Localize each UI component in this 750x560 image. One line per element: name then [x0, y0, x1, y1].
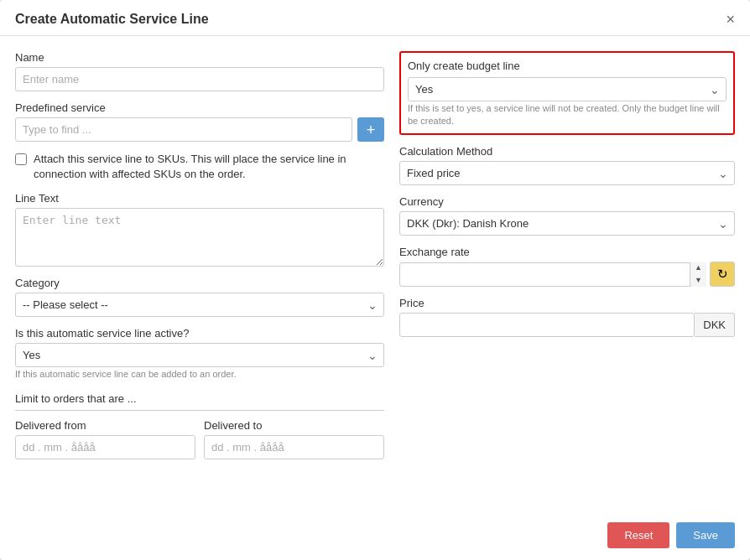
spin-down-button[interactable]: ▼ [690, 274, 706, 287]
exchange-rate-input[interactable]: 100 [399, 262, 706, 287]
left-column: Name Predefined service + Attach this se… [15, 51, 384, 511]
delivered-to-field: Delivered to [204, 419, 384, 459]
only-budget-label: Only create budget line [408, 60, 727, 72]
category-select-wrapper: -- Please select -- [15, 293, 384, 317]
close-button[interactable]: × [726, 12, 735, 27]
name-label: Name [15, 51, 384, 64]
predefined-row: + [15, 117, 384, 142]
only-budget-select[interactable]: Yes No [408, 77, 727, 101]
dialog-footer: Reset Save [0, 511, 750, 560]
only-budget-box: Only create budget line Yes No If this i… [399, 51, 735, 135]
active-field-group: Is this automatic service line active? Y… [15, 327, 384, 379]
currency-select[interactable]: DKK (Dkr): Danish Krone [399, 211, 735, 236]
refresh-icon: ↻ [717, 267, 728, 282]
price-input[interactable]: 0,00 [399, 313, 695, 337]
exchange-rate-row: 100 ▲ ▼ ↻ [399, 262, 735, 287]
category-label: Category [15, 277, 384, 289]
dialog-body: Name Predefined service + Attach this se… [0, 36, 750, 511]
only-budget-select-wrapper: Yes No [408, 77, 727, 101]
calc-field-group: Calculation Method Fixed price [399, 145, 735, 185]
name-field-group: Name [15, 51, 384, 91]
currency-field-group: Currency DKK (Dkr): Danish Krone [399, 195, 735, 236]
price-field-group: Price 0,00 DKK [399, 297, 735, 337]
delivered-from-input[interactable] [15, 435, 195, 459]
active-label: Is this automatic service line active? [15, 327, 384, 340]
date-row: Delivered from Delivered to [15, 419, 384, 459]
predefined-label: Predefined service [15, 101, 384, 114]
reset-button[interactable]: Reset [607, 522, 669, 548]
save-button[interactable]: Save [676, 522, 735, 548]
spin-up-button[interactable]: ▲ [690, 262, 706, 275]
predefined-input[interactable] [15, 117, 352, 142]
dialog-header: Create Automatic Service Line × [0, 0, 750, 36]
category-field-group: Category -- Please select -- [15, 277, 384, 317]
add-predefined-button[interactable]: + [357, 117, 384, 142]
price-row: 0,00 DKK [399, 313, 735, 337]
category-select[interactable]: -- Please select -- [15, 293, 384, 317]
limit-section: Limit to orders that are ... Delivered f… [15, 392, 384, 459]
attach-sku-label: Attach this service line to SKUs. This w… [34, 152, 384, 182]
exchange-rate-field-group: Exchange rate 100 ▲ ▼ ↻ [399, 246, 735, 287]
exchange-rate-label: Exchange rate [399, 246, 735, 258]
price-label: Price [399, 297, 735, 309]
delivered-to-input[interactable] [204, 435, 384, 459]
exchange-rate-input-wrap: 100 ▲ ▼ [399, 262, 706, 287]
predefined-field-group: Predefined service + [15, 101, 384, 142]
calc-select[interactable]: Fixed price [399, 161, 735, 185]
currency-label: Currency [399, 195, 735, 208]
line-text-label: Line Text [15, 192, 384, 205]
name-input[interactable] [15, 67, 384, 91]
price-currency-label: DKK [695, 313, 735, 337]
active-select-wrapper: Yes No [15, 343, 384, 367]
spin-buttons: ▲ ▼ [690, 262, 706, 287]
delivered-to-label: Delivered to [204, 419, 384, 432]
line-text-input[interactable] [15, 208, 384, 267]
dialog-title: Create Automatic Service Line [15, 12, 209, 27]
calc-select-wrapper: Fixed price [399, 161, 735, 185]
attach-sku-checkbox-row: Attach this service line to SKUs. This w… [15, 152, 384, 182]
delivered-from-label: Delivered from [15, 419, 195, 432]
right-column: Only create budget line Yes No If this i… [399, 51, 735, 511]
currency-select-wrapper: DKK (Dkr): Danish Krone [399, 211, 735, 236]
line-text-field-group: Line Text [15, 192, 384, 267]
refresh-exchange-rate-button[interactable]: ↻ [710, 262, 735, 287]
limit-title: Limit to orders that are ... [15, 392, 384, 411]
delivered-from-field: Delivered from [15, 419, 195, 459]
attach-sku-checkbox[interactable] [15, 153, 27, 165]
create-service-line-dialog: Create Automatic Service Line × Name Pre… [0, 0, 750, 560]
only-budget-info: If this is set to yes, a service line wi… [408, 103, 720, 126]
calc-label: Calculation Method [399, 145, 735, 158]
active-select[interactable]: Yes No [15, 343, 384, 367]
active-info: If this automatic service line can be ad… [15, 369, 384, 379]
